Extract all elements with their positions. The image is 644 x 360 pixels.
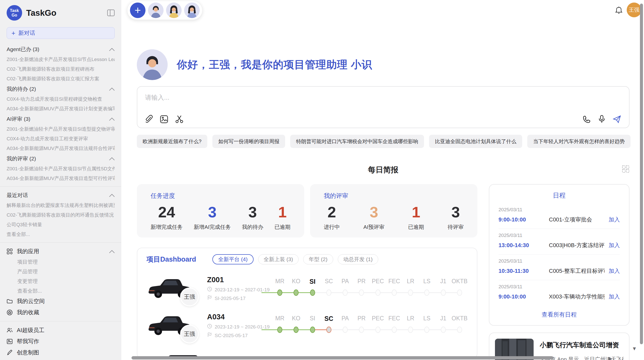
my-cloud-label: 我的云空间 xyxy=(17,297,115,305)
scissors-icon[interactable] xyxy=(175,115,184,124)
event-join-link[interactable]: 加入 xyxy=(609,293,620,301)
sidebar-item-my-apps[interactable]: 我的应用 xyxy=(7,246,115,257)
recent-chats-header[interactable]: 最近对话 xyxy=(7,190,115,201)
sidebar-task-item[interactable]: A034-全新新能源MUV产品开发项目计划变更表编写 xyxy=(7,104,115,114)
main-content: 你好，王强，我是你的项目管理助理 小识 欧洲新规最近颁布了什么?如何写一份清晰的… xyxy=(121,0,644,360)
recent-chat-item[interactable]: C02-飞腾新能源轻客改款项目的闭环通告反馈情况 xyxy=(7,210,115,220)
event-join-link[interactable]: 加入 xyxy=(609,216,620,223)
sidebar-item-my-cloud[interactable]: 我的云空间 xyxy=(7,296,115,307)
image-icon[interactable] xyxy=(160,115,168,124)
vertical-scrollbar-thumb[interactable] xyxy=(640,4,643,344)
my-apps-view-all[interactable]: 查看全部... xyxy=(7,286,115,296)
sidebar-task-item[interactable]: C0X4-动力总成开发项目SI里程碑提交物检查 xyxy=(7,94,115,104)
chevron-up-icon xyxy=(109,86,115,92)
phone-icon[interactable] xyxy=(583,115,591,123)
logo-text-bottom: Go xyxy=(11,13,17,18)
sidebar-task-item[interactable]: C0X4-动力总成开发项目工程变更评审 xyxy=(7,134,115,144)
sidebar-task-item[interactable]: A034-全新新能源MUV产品开发项目造型可行性评审 xyxy=(7,174,115,183)
sidebar-task-item[interactable]: A034-全新新能源MUV产品开发项目法规符合性评审 xyxy=(7,144,115,153)
app-root: Task Go TaskGo + 新对话 Agent已办 (3)Z001-全新燃… xyxy=(0,0,644,360)
milestone-cell: SC xyxy=(321,278,337,298)
project-info: A0342023-12-19 ~ 2026-01-19SC-2025-05-17 xyxy=(207,313,270,339)
milestone-label: OKTB xyxy=(451,278,468,287)
paperclip-icon[interactable] xyxy=(145,115,153,124)
project-code: A034 xyxy=(207,313,270,321)
project-row[interactable]: 王强A0342023-12-19 ~ 2026-01-19SC-2025-05-… xyxy=(147,313,468,339)
left-column: 任务进度24新增完成任务3新增AI完成任务3我的待办1已逾期我的评审2进行中3A… xyxy=(137,184,477,359)
dashboard-filter-chip[interactable]: 全新上装 (3) xyxy=(258,254,299,264)
my-apps-label: 我的应用 xyxy=(17,248,105,255)
stat-value: 1 xyxy=(408,203,424,221)
sidebar-section-header[interactable]: 我的评审 (2) xyxy=(7,153,115,164)
sidebar-section-header[interactable]: AI评审 (3) xyxy=(7,114,115,124)
milestone-cell: PR xyxy=(353,315,370,335)
event-time: 10:30-11:30 xyxy=(499,268,541,274)
sidebar-item-help-me-write[interactable]: 帮我写作 xyxy=(7,336,115,347)
project-car-image: 王强 xyxy=(147,313,192,338)
project-row[interactable]: 王强Z0012023-12-19 ~ 2027-01-19SI-2025-05-… xyxy=(147,276,468,302)
suggestion-chip[interactable]: 欧洲新规最近颁布了什么? xyxy=(137,135,207,148)
event-name: C005-整车工程目标评审 xyxy=(549,267,605,275)
sidebar-task-item[interactable]: Z001-全新燃油轻卡产品开发项目SI造型提交物评审 xyxy=(7,124,115,134)
dashboard-filter-chip[interactable]: 全新平台 (4) xyxy=(212,254,254,264)
suggestion-chip[interactable]: 比亚迪全固态电池计划具体说了什么 xyxy=(429,135,522,148)
sidebar-task-item[interactable]: Z001-全新燃油皮卡产品开发项目SI节点Lesson Learn报告 xyxy=(7,55,115,64)
my-apps-subitem[interactable]: 变更管理 xyxy=(7,276,115,286)
chat-input-card[interactable] xyxy=(137,86,630,128)
sidebar-task-item[interactable]: Z001-全新燃油轻卡产品开发项目SI节点属性5D文件评审 xyxy=(7,164,115,174)
sidebar-section-header[interactable]: Agent已办 (3) xyxy=(7,44,115,55)
suggestion-chip[interactable]: 特朗普可能对进口汽车增税会对中国车企造成哪些影响 xyxy=(290,135,424,148)
milestone-cell: LR xyxy=(402,278,419,298)
milestone-label: KO xyxy=(288,315,304,324)
view-all-schedule-link[interactable]: 查看所有日程 xyxy=(499,306,620,320)
dashboard-filter-chip[interactable]: 动总开发 (1) xyxy=(338,254,378,264)
new-session-button[interactable]: + xyxy=(130,3,145,18)
chat-input[interactable] xyxy=(145,93,478,108)
suggestion-chip[interactable]: 如何写一份清晰的项目周报 xyxy=(212,135,285,148)
stat-value: 24 xyxy=(151,203,183,221)
user-avatar[interactable]: 王强 xyxy=(627,3,641,17)
agent-avatar-1[interactable] xyxy=(148,3,164,18)
suggestion-chip[interactable]: 当下年轻人对汽车外观有怎样的喜好趋势 xyxy=(527,135,631,148)
recent-chat-item[interactable]: 公司Q3轻卡销量 xyxy=(7,220,115,230)
dashboard-filter-chip[interactable]: 年型 (2) xyxy=(303,254,333,264)
recent-chats-title: 最近对话 xyxy=(7,192,28,199)
notification-bell-icon[interactable] xyxy=(615,6,623,14)
dashboard-title: 项目Dashboard xyxy=(147,255,196,264)
writing-image-icon xyxy=(7,338,13,344)
new-chat-button[interactable]: + 新对话 xyxy=(7,27,115,39)
send-icon[interactable] xyxy=(613,115,621,124)
agent-avatar-3[interactable] xyxy=(184,3,200,18)
horizontal-scrollbar-thumb[interactable] xyxy=(131,356,553,359)
scroll-right-arrow[interactable]: ▶ xyxy=(608,355,612,360)
my-apps-subitem[interactable]: 项目管理 xyxy=(7,257,115,267)
recent-chats-view-all[interactable]: 查看全部... xyxy=(7,230,115,239)
event-name: C003|H0B-方案冻结评审 xyxy=(549,242,605,249)
my-apps-subitem[interactable]: 产品管理 xyxy=(7,267,115,276)
sidebar-item-creative-drawing[interactable]: 创意制图 xyxy=(7,347,115,358)
milestone-label: KO xyxy=(288,278,304,287)
microphone-icon[interactable] xyxy=(598,115,606,124)
sidebar-task-item[interactable]: C02-飞腾新能源轻客改款项目立项汇报方案 xyxy=(7,74,115,84)
milestone-cell: OKTB xyxy=(451,315,468,335)
sidebar-task-item[interactable]: C02-飞腾新能源轻客改款项目里程碑画布 xyxy=(7,64,115,74)
sidebar-item-ai-super-staff[interactable]: AI超级员工 xyxy=(7,325,115,336)
milestone-cell: J1 xyxy=(435,315,451,335)
agent-avatar-2[interactable] xyxy=(166,3,182,18)
sidebar-item-my-favorites[interactable]: 我的收藏 xyxy=(7,307,115,318)
scroll-down-arrow[interactable]: ▼ xyxy=(632,346,637,352)
milestone-cell: FEC xyxy=(386,278,402,298)
assistant-avatar xyxy=(137,49,168,80)
milestone-cell: MR xyxy=(272,315,288,335)
pen-icon xyxy=(7,350,13,356)
sidebar-section-header[interactable]: 我的待办 (2) xyxy=(7,84,115,94)
layout-grid-icon[interactable] xyxy=(622,165,630,174)
event-join-link[interactable]: 加入 xyxy=(609,242,620,249)
milestone-cell: SC xyxy=(321,315,337,335)
collapse-sidebar-icon[interactable] xyxy=(107,9,115,16)
my-apps-sublist: 项目管理产品管理变更管理查看全部... xyxy=(7,257,115,296)
event-row: 13:00-14:30C003|H0B-方案冻结评审加入 xyxy=(499,242,620,249)
event-join-link[interactable]: 加入 xyxy=(609,267,620,275)
recent-chat-item[interactable]: 解释最新出台的欧盟报废车法规再生塑料比例被调至15%... xyxy=(7,201,115,210)
milestone-dot xyxy=(441,327,446,333)
